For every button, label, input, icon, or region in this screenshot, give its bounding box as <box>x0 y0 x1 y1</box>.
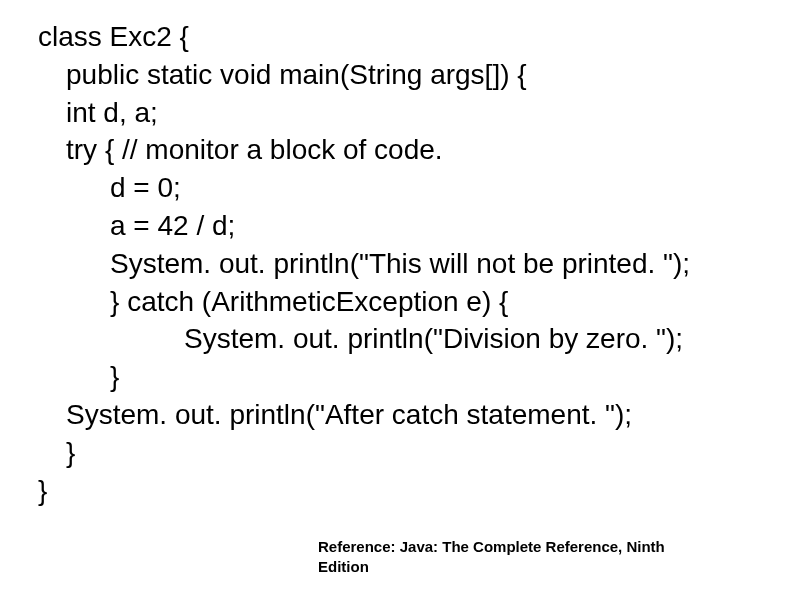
code-line-8: } catch (ArithmeticException e) { <box>38 283 690 321</box>
code-line-7: System. out. println("This will not be p… <box>38 245 690 283</box>
code-line-13: } <box>38 472 690 510</box>
code-line-4: try { // monitor a block of code. <box>38 131 690 169</box>
code-line-2: public static void main(String args[]) { <box>38 56 690 94</box>
reference-citation: Reference: Java: The Complete Reference,… <box>318 537 665 578</box>
code-line-11: System. out. println("After catch statem… <box>38 396 690 434</box>
code-line-12: } <box>38 434 690 472</box>
code-block: class Exc2 { public static void main(Str… <box>38 18 690 509</box>
code-line-9: System. out. println("Division by zero. … <box>38 320 690 358</box>
code-line-5: d = 0; <box>38 169 690 207</box>
code-line-3: int d, a; <box>38 94 690 132</box>
code-line-1: class Exc2 { <box>38 18 690 56</box>
code-line-10: } <box>38 358 690 396</box>
reference-text-line2: Edition <box>318 558 369 575</box>
reference-text-line1: Reference: Java: The Complete Reference,… <box>318 538 665 555</box>
code-line-6: a = 42 / d; <box>38 207 690 245</box>
